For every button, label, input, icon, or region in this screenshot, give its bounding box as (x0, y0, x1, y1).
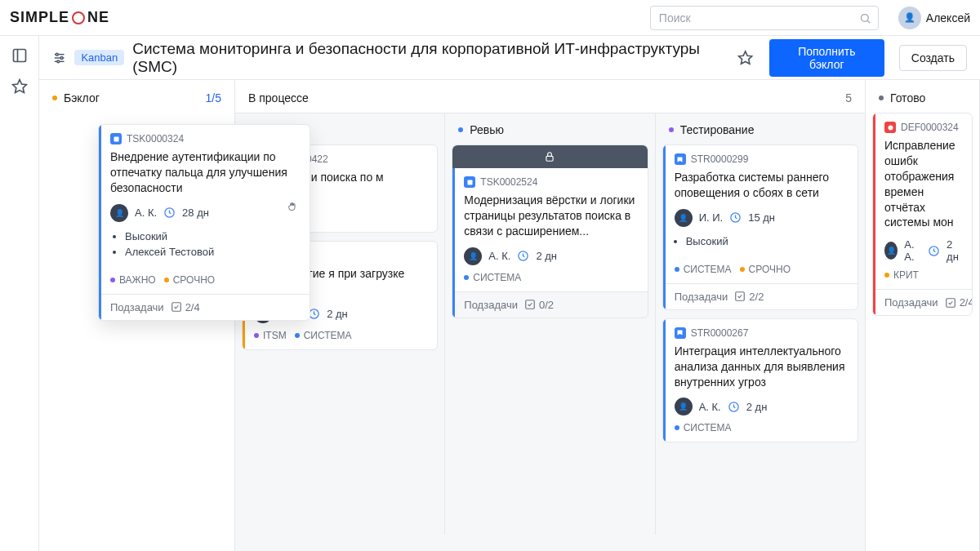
svg-rect-23 (946, 299, 955, 308)
page-title: Система мониторинга и безопасности для к… (132, 40, 728, 76)
column-header: Бэклог 1/5 (39, 80, 234, 113)
card-assignee: А. А. (904, 238, 921, 263)
card-title: Исправление ошибк отображения времен отч… (884, 138, 962, 230)
card-tag: ITSM (263, 330, 287, 341)
svg-rect-17 (526, 300, 535, 309)
column-header: В процессе 5 (235, 80, 865, 113)
card-days: 15 дн (748, 211, 775, 224)
task-icon (464, 176, 475, 188)
column-label: Готово (890, 91, 925, 104)
logo-text: SIMPLE (10, 9, 69, 26)
lock-bar (452, 145, 647, 168)
card-id: STR0000267 (691, 327, 749, 339)
subcolumn-testing: Тестирование STR0000299 Разработка систе… (656, 113, 865, 535)
subcolumn-header: Тестирование (662, 113, 858, 144)
star-icon[interactable] (11, 78, 28, 95)
fill-backlog-button[interactable]: Пополнить бэклог (769, 39, 884, 77)
svg-line-1 (867, 20, 870, 23)
checklist-icon: 0/2 (524, 299, 554, 311)
left-sidebar (0, 36, 39, 551)
kanban-card[interactable]: DEF0000324 Исправление ошибк отображения… (872, 113, 973, 316)
card-id: TSK0000324 (127, 133, 184, 144)
kanban-badge: Kanban (74, 50, 124, 65)
avatar: 👤 (884, 242, 898, 260)
card-assignee: А. К. (135, 207, 157, 219)
card-title: Внедрение аутентификации по отпечатку па… (110, 149, 300, 196)
card-days: 2 дн (327, 308, 348, 320)
svg-point-0 (861, 14, 868, 21)
kanban-card-locked[interactable]: TSK0002524 Модернизация вёрстки и логики… (452, 144, 648, 318)
card-id: DEF0000324 (901, 122, 959, 133)
svg-marker-4 (12, 80, 26, 93)
subtasks-label: Подзадачи (110, 301, 164, 313)
user-menu[interactable]: 👤 Алексей (898, 7, 970, 29)
kanban-card[interactable]: STR0000267 Интеграция интеллектуального … (662, 318, 858, 443)
card-title: Разработка системы раннего оповещения о … (675, 170, 848, 201)
avatar: 👤 (675, 209, 693, 227)
card-days: 2 дн (947, 238, 962, 263)
svg-marker-11 (738, 51, 751, 63)
column-header: Готово (866, 80, 979, 113)
checklist-icon: 2/4 (945, 296, 973, 309)
card-tag: СРОЧНО (173, 274, 215, 286)
dot-icon (879, 96, 884, 100)
search-icon (859, 12, 871, 24)
subcolumn-header: Ревью (452, 113, 648, 144)
defect-icon (884, 122, 896, 133)
clock-icon (729, 211, 742, 224)
subtasks-label: Подзадачи (884, 296, 938, 309)
card-days: 2 дн (746, 401, 768, 413)
svg-rect-15 (467, 180, 472, 184)
dot-icon (458, 127, 463, 132)
logo-text-2: NE (87, 9, 109, 26)
card-tag: ВАЖНО (119, 274, 156, 286)
subtasks-count: 0/2 (539, 299, 554, 311)
filter-icon[interactable] (52, 51, 66, 65)
column-process: В процессе 5 В работе STR0000422 (235, 80, 866, 551)
svg-rect-14 (546, 156, 553, 161)
search-input[interactable]: Поиск (650, 6, 879, 30)
svg-point-21 (888, 125, 893, 130)
card-id: TSK0002524 (480, 176, 537, 188)
logo[interactable]: SIMPLENE (10, 9, 109, 26)
subcolumn-label: Тестирование (680, 123, 755, 136)
dot-icon (669, 127, 674, 132)
lock-icon (544, 151, 555, 162)
card-tag: СРОЧНО (749, 264, 791, 275)
svg-rect-24 (114, 136, 118, 141)
kanban-card[interactable]: STR0000299 Разработка системы раннего оп… (662, 144, 858, 310)
subtasks-label: Подзадачи (675, 291, 728, 303)
card-bullet: Высокий (686, 235, 848, 247)
favorite-icon[interactable] (737, 50, 753, 66)
subtasks-label: Подзадачи (464, 299, 518, 311)
grab-cursor-icon (287, 200, 300, 213)
column-label: Бэклог (64, 91, 100, 104)
dragging-card[interactable]: TSK0000324 Внедрение аутентификации по о… (98, 124, 310, 321)
card-bullet: Алексей Тестовой (125, 246, 300, 258)
task-icon (110, 133, 122, 144)
card-assignee: И. И. (699, 211, 724, 224)
story-icon (675, 327, 686, 339)
create-button[interactable]: Создать (899, 45, 967, 71)
clock-icon (517, 250, 529, 262)
subtasks-count: 2/4 (960, 296, 973, 309)
panel-icon[interactable] (11, 47, 28, 64)
svg-rect-2 (13, 50, 25, 62)
card-days: 2 дн (536, 250, 557, 262)
card-tag: СИСТЕМА (304, 330, 352, 341)
svg-rect-19 (736, 292, 745, 301)
card-days: 28 дн (182, 207, 209, 219)
subcolumn-label: Ревью (470, 123, 504, 136)
subtasks-count: 2/4 (185, 301, 200, 313)
card-title: Модернизация вёрстки и логики страницы р… (464, 193, 637, 239)
avatar: 👤 (675, 398, 693, 415)
clock-icon (728, 401, 740, 413)
card-tag: КРИТ (893, 269, 919, 281)
topbar: SIMPLENE Поиск 👤 Алексей (0, 0, 980, 36)
checklist-icon: 2/2 (734, 291, 764, 303)
card-title: Интеграция интеллектуального анализа дан… (675, 344, 848, 390)
logo-o-icon (72, 11, 85, 24)
avatar: 👤 (898, 7, 921, 29)
card-assignee: А. К. (699, 401, 721, 413)
avatar: 👤 (464, 247, 482, 265)
